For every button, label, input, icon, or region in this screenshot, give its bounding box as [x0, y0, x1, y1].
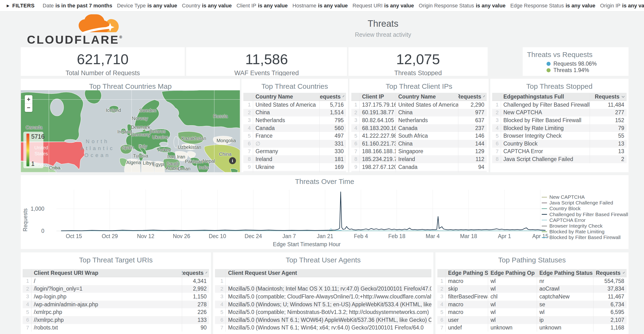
table-cell: //xmlrpc.php — [31, 316, 182, 324]
table-row: 4macrowlse6,734 — [437, 301, 626, 308]
chart-legend-item[interactable]: Country Block — [542, 206, 628, 211]
zoom-out-button[interactable]: − — [25, 104, 32, 112]
filter-bar: ▶ FILTERS Dateis in the past 7 monthsDev… — [0, 0, 644, 12]
row-number: 8 — [243, 155, 253, 163]
filter-item[interactable]: Hostnameis any value — [292, 3, 348, 9]
table-cell: 188.166.188.152 — [360, 148, 396, 156]
table-row: 6//xmlrpc.php133 — [23, 316, 209, 324]
map-zoom-control: + − — [25, 95, 32, 112]
column-header[interactable]: Country Name — [253, 93, 320, 101]
table-cell: ∅ — [253, 140, 320, 148]
zoom-in-button[interactable]: + — [25, 95, 32, 104]
chart-legend-item[interactable]: Challenged by Filter Based Firewall — [542, 212, 628, 217]
table-cell: 89 — [458, 171, 487, 172]
filter-item[interactable]: Client IPis any value — [236, 3, 288, 9]
row-number: 9 — [243, 163, 253, 171]
row-number: 1 — [243, 101, 253, 109]
chart-legend-item[interactable]: Blocked by Filter Based Firewall — [542, 234, 628, 240]
brand-wordmark: CLOUDFLARE® — [27, 33, 122, 46]
top-threat-client-ips-card: Top Threat Client IPs Client IPCountry N… — [350, 79, 488, 172]
map-info-button[interactable]: i — [229, 157, 236, 164]
chart-legend-item[interactable]: New CAPTCHA — [542, 194, 628, 200]
svg-text:Edge Start Timestamp Hour: Edge Start Timestamp Hour — [273, 241, 340, 247]
row-number: 2 — [437, 285, 446, 293]
filter-item[interactable]: Edge Response Statusis any value — [510, 3, 596, 9]
chart-legend-item[interactable]: Blocked by Rate Limiting — [542, 229, 628, 234]
table-cell: 152 — [590, 116, 626, 124]
row-number: 3 — [492, 116, 501, 124]
column-header[interactable]: Client IP — [360, 93, 396, 101]
requests-sort-header[interactable]: Requests — [593, 269, 626, 277]
column-header[interactable]: Edge Pathing Status — [537, 269, 593, 277]
table-row: 6userwlip2,107 — [437, 316, 626, 324]
row-number: 5 — [492, 132, 501, 140]
svg-text:Feb 4: Feb 4 — [354, 233, 368, 239]
table-cell: 80.82.64.105 — [360, 116, 396, 124]
world-map[interactable]: CanadaUnitedStatesMexicoCubaIcelandIrela… — [21, 90, 240, 172]
table-cell: 181 — [320, 155, 346, 163]
chart-legend-item[interactable]: Browser Integrity Check — [542, 223, 628, 229]
chevron-down-icon — [483, 95, 485, 97]
top-threat-client-ips-table: Client IPCountry NameRequests1137.175.79… — [351, 93, 487, 172]
stat-card-threats-stopped: 12,075 Threats Stopped — [348, 47, 488, 76]
legend-line-icon — [542, 214, 547, 215]
row-number: 1 — [351, 101, 360, 109]
chart-legend: New CAPTCHAJava Script Challenge FailedC… — [542, 194, 628, 240]
requests-sort-header[interactable]: Requests — [320, 93, 346, 101]
filter-item[interactable]: Request URIis any value — [352, 3, 414, 9]
chart-series-line — [61, 192, 545, 231]
filter-item[interactable]: Dateis in the past 7 months — [43, 3, 112, 9]
table-cell: CAPTCHA Error — [501, 148, 590, 156]
table-cell: 144 — [458, 140, 487, 148]
map-label: Uzbekistan — [178, 145, 202, 150]
row-number: 4 — [215, 301, 226, 308]
row-number: 2 — [351, 109, 360, 117]
top-threats-stopped-card: Top Threats Stopped Edgepathingstatus Fu… — [490, 79, 628, 172]
requests-sort-header[interactable]: Requests — [182, 269, 209, 277]
requests-sort-header[interactable]: Requests — [458, 93, 487, 101]
stat-card-total-requests: 621,710 Total Number of Requests — [21, 47, 185, 76]
table-row: 2skipwlaoCrawl37,834 — [437, 285, 626, 293]
chart-legend-item[interactable]: CAPTCHA Error — [542, 217, 628, 223]
table-cell: 198.27.67.120 — [360, 163, 396, 171]
column-header[interactable]: Client Request User Agent — [226, 269, 432, 277]
filter-item[interactable]: Countryis any value — [182, 3, 232, 9]
table-row: 4Canada560 — [243, 124, 346, 132]
stat-label: Total Number of Requests — [21, 69, 185, 76]
svg-text:Mar 18: Mar 18 — [460, 233, 477, 239]
column-header[interactable]: Client Request URI Wrap — [31, 269, 182, 277]
column-header[interactable]: Edge Pathing Src — [446, 269, 488, 277]
top-threats-stopped-table: Edgepathingstatus FullRequests1Challenge… — [492, 93, 626, 163]
filters-expander-icon[interactable]: ▶ — [7, 4, 10, 8]
table-cell: 129 — [458, 148, 487, 156]
column-header[interactable]: Edge Pathing Op — [488, 269, 537, 277]
row-number-header — [243, 93, 253, 101]
map-label: Nepal — [202, 158, 215, 164]
table-cell: New CAPTCHA — [501, 109, 590, 117]
map-label: Oman — [178, 166, 190, 172]
chart-legend-item[interactable]: Java Script Challenge Failed — [542, 200, 628, 206]
map-label: Russia — [213, 114, 228, 119]
legend-dot-icon — [546, 68, 550, 72]
top-pathing-statuses-card: Top Pathing Statuses Edge Pathing SrcEdg… — [436, 252, 628, 334]
table-cell: aoCrawl — [537, 285, 593, 293]
filter-item[interactable]: Origin IPis any value — [600, 3, 644, 9]
row-number: 4 — [351, 124, 360, 132]
column-header[interactable]: Edgepathingstatus Full — [501, 93, 590, 101]
table-cell: macro — [446, 277, 488, 285]
ocean-label: NorthAtlanticOcean — [80, 138, 115, 159]
filter-item[interactable]: Device Typeis any value — [117, 3, 177, 9]
table-row: 2New CAPTCHA277 — [492, 109, 626, 117]
table-row: 8Ireland181 — [243, 155, 346, 163]
filters-button[interactable]: FILTERS — [12, 3, 35, 9]
row-number: 9 — [351, 163, 360, 171]
map-label: Iraq — [167, 154, 176, 159]
table-cell: Country Block — [501, 140, 590, 148]
legend-line-icon — [542, 237, 547, 238]
table-cell: Singapore — [396, 148, 458, 156]
table-cell: 90 — [182, 324, 209, 332]
table-cell: China — [396, 109, 458, 117]
filter-item[interactable]: Origin Response Statusis any value — [419, 3, 506, 9]
column-header[interactable]: Country Name — [396, 93, 458, 101]
requests-sort-header[interactable]: Requests — [590, 93, 626, 101]
